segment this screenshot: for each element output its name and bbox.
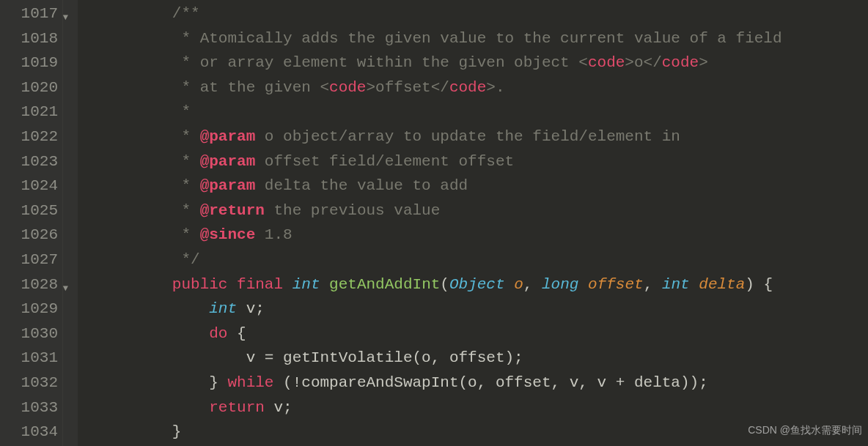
code-token: code	[329, 79, 366, 96]
code-token: Object	[449, 276, 505, 293]
code-editor: 1017101810191020102110221023102410251026…	[0, 0, 868, 446]
line-number[interactable]: 1027	[0, 248, 58, 272]
code-token: o object/array to update the field/eleme…	[255, 128, 680, 145]
line-number[interactable]: 1032	[0, 371, 58, 395]
code-token: }	[172, 423, 182, 440]
code-token: >.	[486, 79, 504, 96]
fold-column[interactable]	[63, 0, 78, 446]
line-number[interactable]: 1024	[0, 174, 58, 198]
code-line[interactable]: v = getIntVolatile(o, offset);	[98, 346, 868, 371]
code-token: v = getIntVolatile(o, offset);	[246, 349, 523, 366]
line-number[interactable]: 1017	[0, 1, 58, 26]
line-number[interactable]: 1028	[0, 272, 58, 297]
code-token: v;	[237, 300, 265, 317]
code-token: int	[293, 276, 320, 293]
code-token: * or array element within the given obje…	[181, 54, 578, 71]
code-token: *	[181, 153, 199, 170]
code-token	[227, 276, 237, 293]
code-token: }	[209, 374, 227, 391]
code-token: *	[181, 128, 199, 145]
code-token: (	[440, 276, 449, 293]
code-line[interactable]: * @param o object/array to update the fi…	[98, 124, 868, 149]
line-number[interactable]: 1019	[0, 51, 58, 75]
code-token: @param	[200, 128, 256, 145]
code-token: ,	[644, 276, 662, 293]
code-token	[320, 276, 330, 293]
line-number[interactable]: 1034	[0, 420, 58, 445]
code-line[interactable]: } while (!compareAndSwapInt(o, offset, v…	[98, 371, 868, 395]
code-token: int	[209, 300, 237, 317]
code-token: v;	[265, 399, 293, 416]
line-number[interactable]: 1021	[0, 100, 58, 124]
code-token: *	[181, 103, 191, 120]
code-token: final	[237, 276, 283, 293]
code-token: */	[181, 251, 199, 268]
code-token: while	[227, 374, 273, 391]
code-token: code	[588, 54, 625, 71]
code-token: *	[181, 202, 199, 219]
code-area[interactable]: /** * Atomically adds the given value to…	[78, 0, 868, 446]
code-token: (!compareAndSwapInt(o, offset, v, v + de…	[273, 374, 707, 391]
code-token: {	[227, 325, 246, 342]
code-token: * at the given	[181, 79, 320, 96]
code-token: delta the value to add	[255, 177, 468, 194]
line-number-gutter[interactable]: 1017101810191020102110221023102410251026…	[0, 0, 63, 446]
code-line[interactable]: */	[98, 248, 868, 272]
code-token: ,	[523, 276, 542, 293]
code-token: <	[578, 54, 588, 71]
code-line[interactable]: return v;	[98, 395, 868, 420]
code-token: /**	[172, 5, 200, 22]
code-line[interactable]: /**	[98, 1, 868, 26]
code-token: getAndAddInt	[329, 276, 440, 293]
code-token: >offset</	[366, 79, 449, 96]
code-line[interactable]: * Atomically adds the given value to the…	[98, 26, 868, 51]
code-token: >	[699, 54, 708, 71]
code-token: return	[209, 399, 265, 416]
code-token: offset	[588, 276, 644, 293]
code-token	[578, 276, 588, 293]
code-line[interactable]: * at the given <code>offset</code>.	[98, 75, 868, 100]
code-line[interactable]: * @return the previous value	[98, 198, 868, 223]
code-line[interactable]: * @param offset field/element offset	[98, 149, 868, 174]
line-number[interactable]: 1026	[0, 223, 58, 248]
code-token: delta	[699, 276, 745, 293]
code-token: @return	[200, 202, 265, 219]
code-token: long	[542, 276, 578, 293]
code-line[interactable]: * @param delta the value to add	[98, 174, 868, 198]
code-token: o	[514, 276, 523, 293]
code-token: the previous value	[265, 202, 440, 219]
code-token: ) {	[745, 276, 773, 293]
code-token: *	[181, 177, 199, 194]
code-token: * Atomically adds the given value to the…	[181, 30, 781, 47]
line-number[interactable]: 1029	[0, 297, 58, 322]
line-number[interactable]: 1031	[0, 346, 58, 371]
line-number[interactable]: 1033	[0, 395, 58, 420]
code-token	[690, 276, 699, 293]
line-number[interactable]: 1023	[0, 149, 58, 174]
line-number[interactable]: 1018	[0, 26, 58, 51]
code-token: @param	[200, 177, 256, 194]
code-token: code	[662, 54, 699, 71]
line-number[interactable]: 1025	[0, 198, 58, 223]
code-token: public	[172, 276, 228, 293]
code-token: @since	[200, 226, 256, 243]
code-token: do	[209, 325, 227, 342]
code-line[interactable]: * @since 1.8	[98, 223, 868, 248]
code-line[interactable]: }	[98, 420, 868, 445]
line-number[interactable]: 1020	[0, 75, 58, 100]
code-line[interactable]: public final int getAndAddInt(Object o, …	[98, 272, 868, 297]
code-token: >o</	[625, 54, 661, 71]
code-token: *	[181, 226, 199, 243]
code-token: @param	[200, 153, 256, 170]
code-token	[283, 276, 293, 293]
code-line[interactable]: do {	[98, 322, 868, 346]
code-token: 1.8	[255, 226, 292, 243]
code-line[interactable]: * or array element within the given obje…	[98, 51, 868, 75]
code-line[interactable]: int v;	[98, 297, 868, 322]
line-number[interactable]: 1022	[0, 124, 58, 149]
code-token	[505, 276, 515, 293]
code-token: int	[662, 276, 690, 293]
line-number[interactable]: 1030	[0, 322, 58, 346]
code-line[interactable]: *	[98, 100, 868, 124]
code-token: <	[320, 79, 329, 96]
